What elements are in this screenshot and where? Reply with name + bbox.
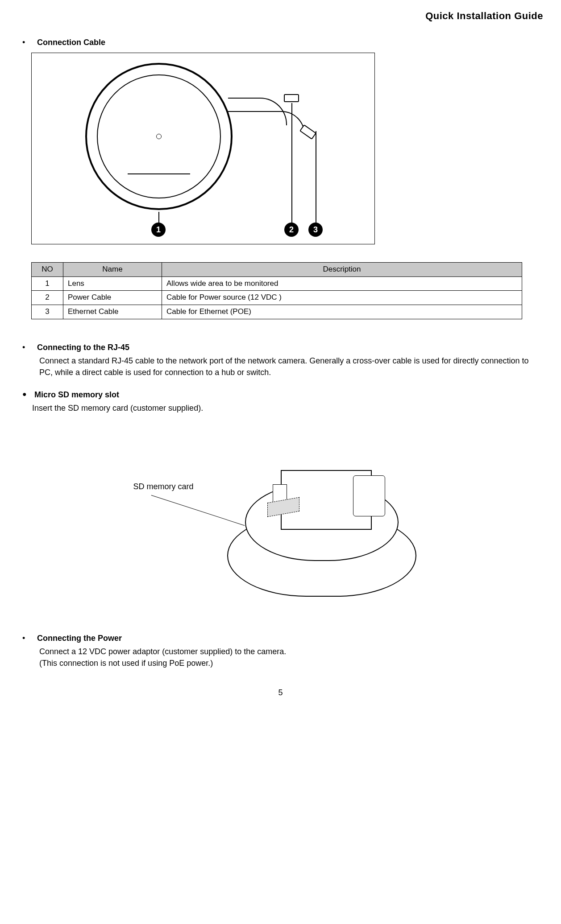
section-title: Connection Cable — [37, 38, 105, 47]
leader-line — [316, 131, 316, 224]
table-header-row: NO Name Description — [32, 262, 522, 276]
leader-line — [291, 103, 292, 224]
cell-no: 2 — [32, 291, 63, 305]
section-body: Insert the SD memory card (customer supp… — [32, 402, 543, 414]
section-body: Connect a standard RJ-45 cable to the ne… — [39, 355, 543, 378]
cable-icon — [228, 111, 305, 134]
parts-table: NO Name Description 1 Lens Allows wide a… — [31, 262, 522, 319]
section-power: Connecting the Power Connect a 12 VDC po… — [22, 632, 543, 669]
cell-no: 1 — [32, 276, 63, 291]
cell-desc: Cable for Power source (12 VDC ) — [162, 291, 522, 305]
section-connection-cable-heading: Connection Cable — [22, 37, 543, 48]
cell-name: Power Cable — [63, 291, 162, 305]
camera-open-view-icon — [227, 436, 415, 597]
sd-callout-label: SD memory card — [133, 481, 194, 492]
table-row: 1 Lens Allows wide area to be monitored — [32, 276, 522, 291]
col-no: NO — [32, 262, 63, 276]
cell-name: Lens — [63, 276, 162, 291]
connection-cable-diagram: 1 2 3 — [31, 53, 375, 244]
col-desc: Description — [162, 262, 522, 276]
page-header: Quick Installation Guide — [18, 9, 543, 23]
connector-icon — [284, 94, 299, 102]
callout-marker-2: 2 — [284, 223, 299, 237]
lens-center-icon — [156, 134, 162, 139]
page-number: 5 — [18, 687, 543, 698]
section-title: Micro SD memory slot — [34, 390, 119, 399]
callout-marker-1: 1 — [151, 223, 166, 237]
cell-desc: Cable for Ethernet (POE) — [162, 305, 522, 319]
col-name: Name — [63, 262, 162, 276]
section-sd-slot: Micro SD memory slot Insert the SD memor… — [22, 389, 543, 414]
cell-desc: Allows wide area to be monitored — [162, 276, 522, 291]
table-row: 2 Power Cable Cable for Power source (12… — [32, 291, 522, 305]
cell-no: 3 — [32, 305, 63, 319]
table-row: 3 Ethernet Cable Cable for Ethernet (POE… — [32, 305, 522, 319]
power-line-2: (This connection is not used if using Po… — [39, 657, 543, 669]
section-title: Connecting the Power — [37, 634, 122, 643]
callout-marker-3: 3 — [308, 223, 323, 237]
power-line-1: Connect a 12 VDC power adaptor (customer… — [39, 646, 543, 657]
section-body: Connect a 12 VDC power adaptor (customer… — [39, 646, 543, 669]
camera-top-view-icon — [85, 63, 233, 210]
section-title: Connecting to the RJ-45 — [37, 343, 129, 352]
section-rj45: Connecting to the RJ-45 Connect a standa… — [22, 342, 543, 378]
connector-icon — [299, 124, 316, 140]
cell-name: Ethernet Cable — [63, 305, 162, 319]
base-notch-icon — [128, 173, 190, 182]
sd-card-diagram: SD memory card — [125, 427, 437, 615]
